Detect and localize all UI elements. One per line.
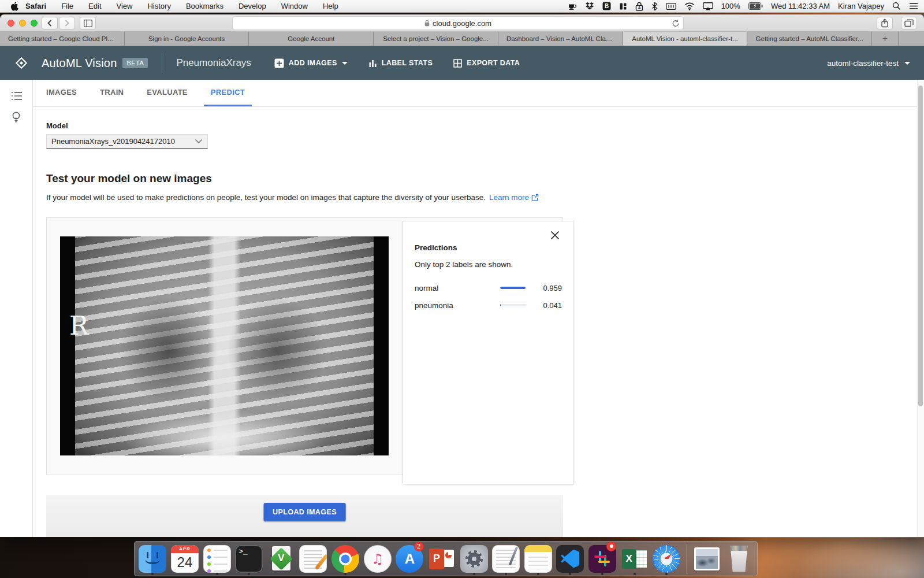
chevron-down-icon [195, 139, 203, 144]
bluetooth-icon[interactable] [651, 2, 658, 11]
tab-images[interactable]: IMAGES [39, 80, 84, 106]
tab-evaluate[interactable]: EVALUATE [140, 80, 195, 106]
caffeine-cup-icon[interactable] [568, 2, 577, 10]
user-menu[interactable]: Kiran Vajapey [838, 2, 884, 10]
dock-macvim-icon[interactable]: V [267, 542, 296, 576]
browser-tab-7[interactable]: Getting started – AutoML Classifier... [747, 32, 872, 46]
keyboard-icon[interactable] [666, 3, 676, 10]
export-data-button[interactable]: EXPORT DATA [453, 59, 520, 68]
learn-more-link[interactable]: Learn more [489, 193, 539, 202]
lock-a-icon[interactable]: A [635, 2, 643, 11]
window-manager-icon[interactable] [619, 2, 627, 10]
tab-overview-icon[interactable] [901, 17, 917, 29]
minimize-window-button[interactable] [19, 20, 26, 27]
menu-help[interactable]: Help [323, 2, 338, 10]
browser-tab-1[interactable]: Getting started – Google Cloud Plat... [0, 32, 125, 46]
prediction-value: 0.041 [543, 301, 562, 310]
running-indicator [151, 573, 154, 575]
lightbulb-icon[interactable] [11, 111, 21, 124]
label-stats-button[interactable]: LABEL STATS [368, 59, 433, 68]
menu-window[interactable]: Window [281, 2, 308, 10]
action-label: ADD IMAGES [289, 59, 337, 67]
dock-downloads-icon[interactable] [692, 542, 722, 576]
scrollbar-thumb[interactable] [918, 86, 923, 406]
app-b-icon[interactable]: B [602, 2, 611, 10]
dock-notes-icon[interactable] [524, 542, 553, 576]
menu-edit[interactable]: Edit [88, 2, 101, 10]
add-images-button[interactable]: ADD IMAGES [274, 58, 348, 68]
add-box-icon [274, 58, 284, 68]
running-indicator [601, 573, 603, 575]
project-picker[interactable]: automl-classifier-test [827, 59, 910, 68]
dock-calendar-icon[interactable]: APR24 [170, 542, 200, 576]
menu-history[interactable]: History [147, 2, 170, 10]
clock[interactable]: Wed 11:42:33 AM [771, 2, 830, 10]
notification-center-icon[interactable] [909, 2, 918, 10]
back-button[interactable] [42, 17, 58, 29]
apple-menu-icon[interactable] [10, 2, 18, 11]
dropbox-icon[interactable] [585, 2, 594, 10]
running-indicator [537, 573, 539, 575]
window-titlebar[interactable]: cloud.google.com [0, 14, 924, 32]
dock-itunes-icon[interactable]: ♫ [363, 542, 392, 576]
browser-tab-4[interactable]: Select a project – Vision – Google... [374, 32, 498, 46]
browser-tab-3[interactable]: Google Account [249, 32, 374, 46]
address-bar[interactable]: cloud.google.com [232, 16, 684, 30]
action-label: LABEL STATS [382, 59, 433, 67]
external-link-icon [531, 194, 539, 201]
dock-powerpoint-icon[interactable]: P [427, 542, 457, 576]
search-icon[interactable] [892, 2, 901, 10]
wifi-icon[interactable] [684, 2, 695, 10]
upload-images-button[interactable]: UPLOAD IMAGES [263, 503, 346, 521]
prediction-bar-fill [500, 287, 526, 289]
share-icon[interactable] [877, 17, 893, 29]
dock-reminders-icon[interactable] [202, 542, 232, 576]
close-window-button[interactable] [8, 20, 14, 27]
menu-develop[interactable]: Develop [239, 2, 266, 10]
sidebar-toggle-button[interactable] [80, 17, 96, 29]
dock-vscode-icon[interactable] [556, 542, 585, 576]
zoom-window-button[interactable] [31, 20, 38, 27]
notification-badge [606, 542, 616, 551]
running-indicator [473, 573, 475, 575]
section-title: Test your model on new images [46, 172, 212, 185]
menu-view[interactable]: View [117, 2, 133, 10]
dock-excel-icon[interactable]: X [620, 542, 649, 576]
airplay-icon[interactable] [703, 2, 713, 10]
menu-bookmarks[interactable]: Bookmarks [186, 2, 223, 10]
predictions-title: Predictions [415, 243, 457, 252]
browser-tab-5[interactable]: Dashboard – Vision – AutoML Class... [498, 32, 623, 46]
model-select[interactable]: PneumoniaXrays_v20190424172010 [46, 134, 208, 149]
menu-safari[interactable]: Safari [25, 2, 46, 10]
dock-trash-icon[interactable] [724, 542, 754, 576]
grid-icon [453, 59, 462, 68]
prediction-bar-track [500, 287, 527, 289]
tab-predict[interactable]: PREDICT [204, 80, 252, 106]
forward-button[interactable] [59, 17, 75, 29]
svg-text:A: A [638, 6, 640, 10]
dock-appstore-icon[interactable]: A2 [395, 542, 424, 576]
browser-tab-2[interactable]: Sign in - Google Accounts [125, 32, 249, 46]
dock-safari-icon[interactable] [652, 542, 681, 576]
close-icon[interactable] [550, 231, 560, 240]
browser-tab-6[interactable]: AutoML Vision - automl-classifier-t... [623, 32, 748, 46]
browser-tab-bar: Getting started – Google Cloud Plat...Si… [0, 32, 924, 46]
prediction-value: 0.959 [543, 284, 562, 292]
dock-pages-icon[interactable] [299, 542, 328, 576]
dock-chrome-icon[interactable] [331, 542, 360, 576]
item-list-icon[interactable] [11, 91, 23, 101]
dock-finder-icon[interactable] [138, 542, 167, 576]
dock-sysprefs-icon[interactable] [459, 542, 489, 576]
browser-tab-label: Select a project – Vision – Google... [383, 35, 489, 42]
running-indicator [248, 573, 250, 575]
dock-textedit-icon[interactable] [491, 542, 521, 576]
tab-train[interactable]: TRAIN [93, 80, 131, 106]
status-icons: BA [568, 2, 713, 11]
new-tab-button[interactable]: + [872, 32, 899, 46]
menu-file[interactable]: File [61, 2, 73, 10]
dock-divider [687, 544, 687, 574]
reload-icon[interactable] [672, 19, 680, 28]
dock-slack-icon[interactable] [588, 542, 617, 576]
battery-icon[interactable] [748, 2, 763, 10]
dock-terminal-icon[interactable]: >_ [234, 542, 264, 576]
